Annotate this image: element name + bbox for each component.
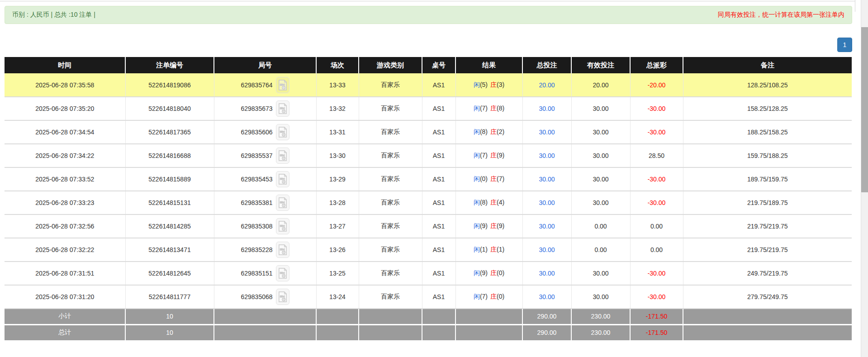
cell-table-no: AS1 bbox=[422, 120, 455, 144]
cell-bet-id: 522614816688 bbox=[125, 144, 214, 167]
cell-session: 13-24 bbox=[316, 285, 359, 309]
cell-total-bet: 30.00 bbox=[522, 120, 571, 144]
pagination-page-1-button[interactable]: 1 bbox=[837, 38, 852, 52]
result-player-label: 闲 bbox=[474, 175, 480, 182]
result-banker-label: 庄 bbox=[490, 175, 497, 182]
result-player-label: 闲 bbox=[474, 199, 480, 206]
result-player-points: (1) bbox=[480, 246, 488, 253]
cell-bet-id: 522614819086 bbox=[125, 73, 214, 97]
cell-table-no: AS1 bbox=[422, 97, 455, 120]
table-row: 2025-06-28 07:35:20 522614818040 6298356… bbox=[5, 97, 852, 120]
total-bet-link[interactable]: 30.00 bbox=[539, 223, 555, 230]
payout-value: -30.00 bbox=[648, 199, 666, 206]
video-replay-icon[interactable] bbox=[276, 124, 289, 140]
payout-value: -30.00 bbox=[648, 176, 666, 183]
total-bet-link[interactable]: 20.00 bbox=[539, 81, 555, 89]
table-row: 2025-06-28 07:32:56 522614814285 6298353… bbox=[5, 214, 852, 238]
cell-remark: 219.75/219.75 bbox=[683, 238, 852, 262]
cell-bet-id: 522614811777 bbox=[125, 285, 214, 309]
total-row: 总计 10 290.00 230.00 -171.50 bbox=[5, 324, 852, 340]
video-replay-icon[interactable] bbox=[276, 148, 289, 164]
cell-result: 闲(0)庄(7) bbox=[455, 167, 522, 191]
total-bet-link[interactable]: 30.00 bbox=[539, 176, 555, 183]
cell-total-bet: 30.00 bbox=[522, 97, 571, 120]
cell-payout: -30.00 bbox=[630, 191, 683, 214]
payout-sum: -171.50 bbox=[630, 324, 683, 340]
cell-game-type: 百家乐 bbox=[359, 262, 422, 285]
result-banker-label: 庄 bbox=[490, 105, 497, 112]
cell-round-id: 629835151 bbox=[214, 262, 316, 285]
payout-value: 0.00 bbox=[650, 246, 663, 253]
total-bet-link[interactable]: 30.00 bbox=[539, 152, 555, 159]
result-banker-points: (0) bbox=[497, 293, 504, 300]
cell-game-type: 百家乐 bbox=[359, 285, 422, 309]
video-replay-icon[interactable] bbox=[276, 242, 289, 258]
header-bet-id: 注单编号 bbox=[125, 57, 214, 73]
cell-table-no: AS1 bbox=[422, 238, 455, 262]
cell-result: 闲(7)庄(8) bbox=[455, 97, 522, 120]
video-replay-icon[interactable] bbox=[276, 171, 289, 187]
cell-session: 13-28 bbox=[316, 191, 359, 214]
cell-remark: 279.75/249.75 bbox=[683, 285, 852, 309]
cell-table-no: AS1 bbox=[422, 167, 455, 191]
payout-value: 28.50 bbox=[649, 152, 664, 159]
video-replay-icon[interactable] bbox=[276, 218, 289, 234]
payout-value: -30.00 bbox=[648, 270, 666, 277]
cell-remark: 189.75/159.75 bbox=[683, 167, 852, 191]
round-id-text: 629835606 bbox=[241, 129, 272, 136]
total-bet-link[interactable]: 30.00 bbox=[539, 105, 555, 112]
cell-round-id: 629835673 bbox=[214, 97, 316, 120]
result-banker-points: (7) bbox=[497, 175, 504, 182]
video-replay-icon[interactable] bbox=[276, 77, 289, 93]
video-replay-icon[interactable] bbox=[276, 100, 289, 117]
total-bet-link[interactable]: 30.00 bbox=[539, 199, 555, 206]
result-player-points: (7) bbox=[480, 293, 488, 300]
vertical-scrollbar-track[interactable] bbox=[861, 0, 868, 357]
result-banker-points: (9) bbox=[497, 222, 504, 229]
payout-value: 0.00 bbox=[650, 223, 663, 230]
cell-remark: 128.25/108.25 bbox=[683, 73, 852, 97]
cell-payout: -30.00 bbox=[630, 120, 683, 144]
round-id-text: 629835228 bbox=[241, 246, 272, 253]
cell-session: 13-32 bbox=[316, 97, 359, 120]
cell-time: 2025-06-28 07:34:54 bbox=[5, 120, 125, 144]
video-replay-icon[interactable] bbox=[276, 265, 289, 281]
cell-game-type: 百家乐 bbox=[359, 73, 422, 97]
video-replay-icon[interactable] bbox=[276, 289, 289, 305]
valid-bet-sum: 230.00 bbox=[571, 324, 630, 340]
summary-notice-bar: 币别 : 人民币 | 总共 :10 注单 | 同局有效投注，统一计算在该局第一张… bbox=[5, 6, 852, 24]
total-bet-link[interactable]: 30.00 bbox=[539, 246, 555, 253]
vertical-scrollbar-thumb[interactable] bbox=[861, 27, 868, 192]
table-row: 2025-06-28 07:31:51 522614812645 6298351… bbox=[5, 262, 852, 285]
cell-payout: -20.00 bbox=[630, 73, 683, 97]
cell-remark: 219.75/219.75 bbox=[683, 214, 852, 238]
result-banker-label: 庄 bbox=[490, 293, 497, 300]
result-banker-points: (2) bbox=[497, 128, 504, 135]
cell-bet-id: 522614815131 bbox=[125, 191, 214, 214]
cell-remark: 158.25/128.25 bbox=[683, 97, 852, 120]
header-remark: 备注 bbox=[683, 57, 852, 73]
payout-value: -20.00 bbox=[648, 81, 666, 89]
header-round-id: 局号 bbox=[214, 57, 316, 73]
result-banker-points: (9) bbox=[497, 152, 504, 159]
cell-game-type: 百家乐 bbox=[359, 144, 422, 167]
total-bet-link[interactable]: 30.00 bbox=[539, 270, 555, 277]
top-divider-corner bbox=[855, 0, 855, 12]
cell-total-bet: 20.00 bbox=[522, 73, 571, 97]
cell-round-id: 629835537 bbox=[214, 144, 316, 167]
round-id-text: 629835381 bbox=[241, 199, 272, 206]
total-bet-link[interactable]: 30.00 bbox=[539, 129, 555, 136]
cell-remark: 219.75/189.75 bbox=[683, 191, 852, 214]
valid-bet-sum: 230.00 bbox=[571, 309, 630, 324]
result-player-label: 闲 bbox=[474, 152, 480, 159]
cell-payout: 0.00 bbox=[630, 238, 683, 262]
total-bet-link[interactable]: 30.00 bbox=[539, 293, 555, 300]
cell-valid-bet: 30.00 bbox=[571, 167, 630, 191]
result-player-points: (9) bbox=[480, 269, 488, 276]
cell-time: 2025-06-28 07:32:22 bbox=[5, 238, 125, 262]
cell-result: 闲(8)庄(4) bbox=[455, 191, 522, 214]
round-id-text: 629835764 bbox=[241, 81, 272, 89]
cell-game-type: 百家乐 bbox=[359, 214, 422, 238]
film-document-icon bbox=[278, 268, 287, 279]
video-replay-icon[interactable] bbox=[276, 195, 289, 211]
